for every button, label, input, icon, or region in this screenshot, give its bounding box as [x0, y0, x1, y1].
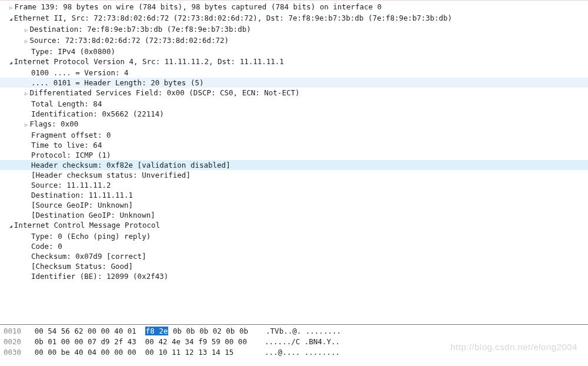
eth-destination[interactable]: Destination: 7e:f8:9e:b7:3b:db (7e:f8:9e… [0, 24, 588, 35]
collapse-icon[interactable] [9, 14, 14, 22]
collapse-icon[interactable] [9, 57, 14, 66]
ip-cksum-text: Header checksum: 0xf82e [validation disa… [31, 161, 230, 169]
ip-flags[interactable]: Flags: 0x00 [0, 119, 588, 130]
ip-total-length[interactable]: Total Length: 84 [0, 99, 588, 109]
ip-totlen-text: Total Length: 84 [31, 99, 102, 108]
ip-cksumstat-text: [Header checksum status: Unverified] [31, 171, 191, 179]
hex-row[interactable]: 0020 0b 01 00 00 07 d9 2f 43 00 42 4e 34… [0, 337, 588, 347]
hex-ascii: ...@.... ........ [265, 348, 340, 357]
hex-ascii: .TVb..@. ........ [266, 327, 341, 335]
ip-dst-text: Destination: 11.11.11.1 [31, 191, 133, 199]
ip-hlen-text: .... 0101 = Header Length: 20 bytes (5) [31, 78, 204, 87]
hex-selected-bytes: f8 2e [145, 327, 169, 335]
icmp-type-text: Type: 0 (Echo (ping) reply) [31, 232, 151, 241]
icmp-type[interactable]: Type: 0 (Echo (ping) reply) [0, 231, 588, 241]
hex-offset: 0030 [4, 348, 21, 357]
ip-checksum-status[interactable]: [Header checksum status: Unverified] [0, 170, 588, 180]
ip-fragment-offset[interactable]: Fragment offset: 0 [0, 130, 588, 140]
icmp-summary[interactable]: Internet Control Message Protocol [0, 220, 588, 231]
hex-row[interactable]: 0010 00 54 56 62 00 00 40 01 f8 2e 0b 0b… [0, 326, 588, 337]
ip-fragoff-text: Fragment offset: 0 [31, 131, 111, 139]
ip-header-checksum[interactable]: Header checksum: 0xf82e [validation disa… [0, 160, 588, 170]
ip-proto-text: Protocol: ICMP (1) [31, 151, 111, 159]
ip-flags-text: Flags: 0x00 [29, 119, 78, 128]
collapse-icon[interactable] [9, 221, 14, 229]
icmp-cksumstat-text: [Checksum Status: Good] [31, 262, 133, 271]
ip-geosrc-text: [Source GeoIP: Unknown] [31, 201, 133, 209]
ip-text: Internet Protocol Version 4, Src: 11.11.… [14, 57, 284, 66]
ip-geoip-destination[interactable]: [Destination GeoIP: Unknown] [0, 210, 588, 220]
ip-header-length[interactable]: .... 0101 = Header Length: 20 bytes (5) [0, 78, 588, 88]
icmp-code[interactable]: Code: 0 [0, 241, 588, 251]
icmp-idbe-text: Identifier (BE): 12099 (0x2f43) [31, 272, 168, 281]
packet-details-tree[interactable]: Frame 139: 98 bytes on wire (784 bits), … [0, 0, 588, 324]
icmp-text: Internet Control Message Protocol [14, 221, 160, 229]
ip-version-text: 0100 .... = Version: 4 [31, 68, 129, 77]
hex-offset: 0010 [4, 327, 21, 335]
ip-summary[interactable]: Internet Protocol Version 4, Src: 11.11.… [0, 56, 588, 68]
ip-protocol[interactable]: Protocol: ICMP (1) [0, 150, 588, 160]
hex-bytes: 00 00 be 40 04 00 00 00 00 10 11 12 13 1… [35, 348, 247, 357]
frame-summary[interactable]: Frame 139: 98 bytes on wire (784 bits), … [0, 2, 588, 13]
ethernet-summary[interactable]: Ethernet II, Src: 72:73:8d:02:6d:72 (72:… [0, 13, 588, 24]
frame-text: Frame 139: 98 bytes on wire (784 bits), … [14, 2, 382, 11]
ip-version[interactable]: 0100 .... = Version: 4 [0, 68, 588, 78]
ip-destination[interactable]: Destination: 11.11.11.1 [0, 190, 588, 200]
hex-dump-pane[interactable]: 0010 00 54 56 62 00 00 40 01 f8 2e 0b 0b… [0, 324, 588, 365]
hex-ascii: ....../C .BN4.Y.. [265, 337, 340, 346]
ip-ttl-text: Time to live: 64 [31, 141, 102, 149]
ip-dsf[interactable]: Differentiated Services Field: 0x00 (DSC… [0, 88, 588, 99]
ip-ttl[interactable]: Time to live: 64 [0, 140, 588, 150]
icmp-checksum[interactable]: Checksum: 0x07d9 [correct] [0, 251, 588, 261]
eth-type[interactable]: Type: IPv4 (0x0800) [0, 46, 588, 56]
ip-source[interactable]: Source: 11.11.11.2 [0, 180, 588, 190]
icmp-cksum-text: Checksum: 0x07d9 [correct] [31, 252, 146, 261]
eth-type-text: Type: IPv4 (0x0800) [31, 47, 115, 56]
eth-text: Ethernet II, Src: 72:73:8d:02:6d:72 (72:… [14, 14, 452, 22]
eth-dst-text: Destination: 7e:f8:9e:b7:3b:db (7e:f8:9e… [29, 25, 250, 34]
ip-dsf-text: Differentiated Services Field: 0x00 (DSC… [29, 88, 299, 97]
ip-geodst-text: [Destination GeoIP: Unknown] [31, 211, 155, 219]
eth-source[interactable]: Source: 72:73:8d:02:6d:72 (72:73:8d:02:6… [0, 35, 588, 46]
ip-identification[interactable]: Identification: 0x5662 (22114) [0, 109, 588, 119]
hex-bytes: 0b 0b 0b 02 0b 0b [173, 327, 248, 335]
ip-ident-text: Identification: 0x5662 (22114) [31, 109, 164, 118]
icmp-code-text: Code: 0 [31, 242, 62, 251]
icmp-checksum-status[interactable]: [Checksum Status: Good] [0, 261, 588, 271]
ip-src-text: Source: 11.11.11.2 [31, 181, 111, 189]
hex-bytes: 00 54 56 62 00 00 40 01 [35, 327, 136, 335]
icmp-identifier-be[interactable]: Identifier (BE): 12099 (0x2f43) [0, 271, 588, 281]
eth-src-text: Source: 72:73:8d:02:6d:72 (72:73:8d:02:6… [29, 36, 229, 45]
hex-row[interactable]: 0030 00 00 be 40 04 00 00 00 00 10 11 12… [0, 347, 588, 358]
hex-bytes: 0b 01 00 00 07 d9 2f 43 00 42 4e 34 f9 5… [35, 337, 247, 346]
hex-offset: 0020 [4, 337, 21, 346]
ip-geoip-source[interactable]: [Source GeoIP: Unknown] [0, 200, 588, 210]
